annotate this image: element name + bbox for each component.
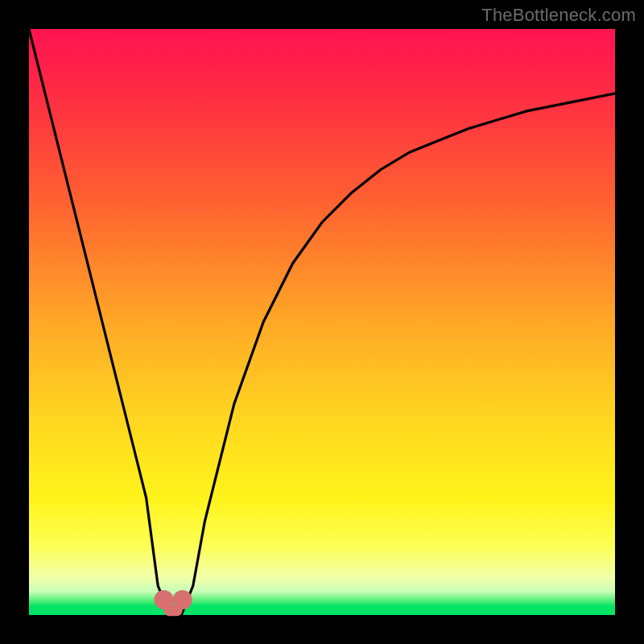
plot-area (29, 29, 615, 615)
watermark-text: TheBottleneck.com (481, 5, 636, 26)
curve-svg (29, 29, 615, 615)
dip-marker-left (154, 590, 173, 609)
chart-frame: TheBottleneck.com (0, 0, 644, 644)
bottleneck-curve (29, 29, 615, 615)
dip-marker-right (173, 590, 192, 609)
